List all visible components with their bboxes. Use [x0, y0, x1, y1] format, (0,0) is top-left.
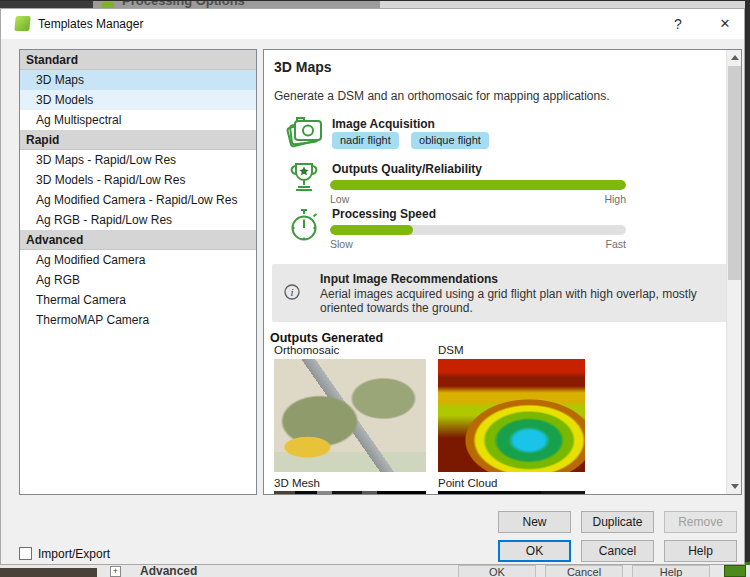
- template-title: 3D Maps: [274, 59, 332, 75]
- import-export-label[interactable]: Import/Export: [38, 547, 110, 561]
- template-list: Standard 3D Maps 3D Models Ag Multispect…: [19, 49, 257, 495]
- dsm-label: DSM: [438, 344, 464, 356]
- duplicate-button[interactable]: Duplicate: [581, 511, 654, 533]
- sidebar-item-3d-maps[interactable]: 3D Maps: [20, 70, 256, 90]
- recommendations-title: Input Image Recommendations: [320, 272, 498, 286]
- template-description: Generate a DSM and an orthomosaic for ma…: [274, 89, 610, 103]
- import-export-checkbox[interactable]: [19, 547, 32, 560]
- close-icon[interactable]: ✕: [707, 9, 743, 39]
- info-icon: i: [284, 284, 300, 300]
- sidebar-item-ag-rgb[interactable]: Ag RGB: [20, 270, 256, 290]
- quality-bar-ends: Low High: [330, 193, 626, 205]
- sidebar-group-advanced: Advanced: [20, 230, 256, 250]
- background-tree-expander[interactable]: +: [110, 566, 121, 577]
- sidebar-item-thermomap-camera[interactable]: ThermoMAP Camera: [20, 310, 256, 330]
- camera-stack-icon: [284, 112, 324, 152]
- sidebar-group-standard: Standard: [20, 50, 256, 70]
- sidebar-item-3d-models-rapid[interactable]: 3D Models - Rapid/Low Res: [20, 170, 256, 190]
- sidebar-item-3d-maps-rapid[interactable]: 3D Maps - Rapid/Low Res: [20, 150, 256, 170]
- recommendations-text: Aerial images acquired using a grid flig…: [320, 287, 718, 315]
- background-cancel-button[interactable]: Cancel: [545, 565, 623, 577]
- sidebar-group-rapid: Rapid: [20, 130, 256, 150]
- flight-badges: nadir flight oblique flight: [332, 132, 498, 149]
- templates-manager-dialog: Templates Manager ? ✕ Standard 3D Maps 3…: [0, 8, 745, 565]
- scrollbar-thumb[interactable]: [728, 66, 741, 280]
- cancel-button[interactable]: Cancel: [581, 540, 654, 562]
- triangle-down-icon: [731, 484, 739, 489]
- ok-button[interactable]: OK: [498, 540, 571, 562]
- background-green-button: [724, 565, 746, 577]
- background-light-block: [380, 1, 750, 8]
- sidebar-item-ag-rgb-rapid[interactable]: Ag RGB - Rapid/Low Res: [20, 210, 256, 230]
- quality-low-label: Low: [330, 193, 349, 205]
- background-window-top-strip: Processing Options: [0, 0, 750, 8]
- speed-slow-label: Slow: [330, 238, 353, 250]
- quality-label: Outputs Quality/Reliability: [332, 162, 482, 176]
- svg-text:i: i: [290, 286, 293, 298]
- sidebar-item-ag-multispectral[interactable]: Ag Multispectral: [20, 110, 256, 130]
- 3d-mesh-label: 3D Mesh: [274, 477, 320, 489]
- sidebar-item-thermal-camera[interactable]: Thermal Camera: [20, 290, 256, 310]
- nadir-flight-badge: nadir flight: [332, 132, 399, 149]
- sidebar-item-ag-modified-camera[interactable]: Ag Modified Camera: [20, 250, 256, 270]
- speed-fast-label: Fast: [606, 238, 626, 250]
- speed-label: Processing Speed: [332, 207, 436, 221]
- screen: Processing Options + Advanced OK Cancel …: [0, 0, 750, 577]
- input-image-recommendations-box: i Input Image Recommendations Aerial ima…: [272, 264, 728, 322]
- background-advanced-label: Advanced: [140, 565, 197, 577]
- background-dark-block: [0, 1, 93, 8]
- pix4d-logo-icon: [14, 16, 31, 31]
- background-window-bottom-strip: + Advanced OK Cancel Help: [0, 565, 750, 577]
- background-window-title: Processing Options: [122, 0, 245, 8]
- background-help-button[interactable]: Help: [632, 565, 710, 577]
- dialog-titlebar[interactable]: Templates Manager ? ✕: [1, 9, 744, 39]
- outputs-generated-title: Outputs Generated: [270, 331, 383, 345]
- quality-high-label: High: [604, 193, 626, 205]
- speed-bar-fill: [330, 225, 413, 235]
- quality-bar: [330, 180, 626, 190]
- help-button[interactable]: Help: [664, 540, 737, 562]
- content-scrollbar[interactable]: [726, 50, 741, 494]
- trophy-icon: [284, 157, 324, 197]
- new-button[interactable]: New: [498, 511, 571, 533]
- sidebar-item-3d-models[interactable]: 3D Models: [20, 90, 256, 110]
- oblique-flight-badge: oblique flight: [411, 132, 489, 149]
- dsm-thumbnail: [438, 359, 585, 472]
- scroll-down-button[interactable]: [727, 479, 742, 494]
- point-cloud-thumbnail: [438, 491, 585, 495]
- stopwatch-icon: [284, 205, 324, 245]
- sidebar-item-ag-modified-camera-rapid[interactable]: Ag Modified Camera - Rapid/Low Res: [20, 190, 256, 210]
- dialog-title: Templates Manager: [38, 17, 143, 31]
- speed-bar-ends: Slow Fast: [330, 238, 626, 250]
- orthomosaic-label: Orthomosaic: [274, 344, 339, 356]
- triangle-up-icon: [731, 55, 739, 60]
- orthomosaic-thumbnail: [274, 359, 426, 472]
- remove-button[interactable]: Remove: [664, 511, 737, 533]
- 3d-mesh-thumbnail: [274, 491, 426, 495]
- point-cloud-label: Point Cloud: [438, 477, 497, 489]
- quality-bar-fill: [330, 180, 626, 190]
- speed-bar: [330, 225, 626, 235]
- background-bottom-dark-block: [0, 568, 97, 577]
- scroll-up-button[interactable]: [727, 50, 742, 65]
- background-window-right-strip: [745, 0, 750, 577]
- help-titlebar-button[interactable]: ?: [663, 9, 693, 39]
- image-acquisition-label: Image Acquisition: [332, 117, 435, 131]
- background-ok-button[interactable]: OK: [458, 565, 536, 577]
- template-detail-panel: 3D Maps Generate a DSM and an orthomosai…: [263, 49, 742, 495]
